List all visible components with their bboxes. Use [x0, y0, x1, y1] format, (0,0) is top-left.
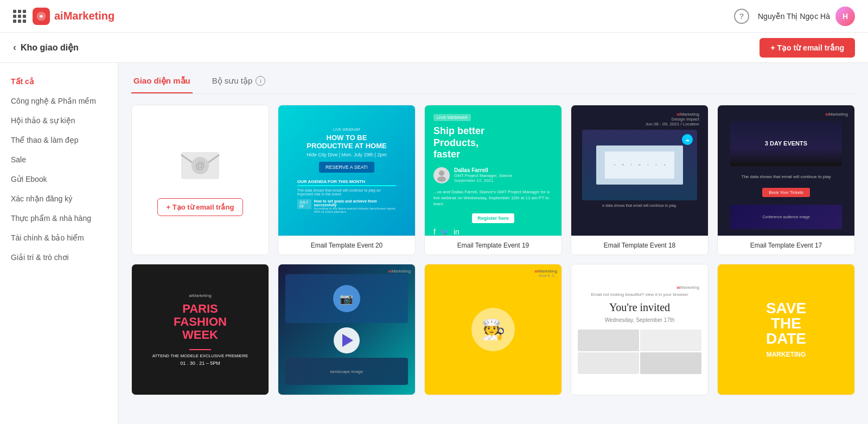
- template-card-fashion[interactable]: aiMarketing PARISFASHIONWEEK ATTEND THE …: [131, 264, 269, 395]
- svg-text:@: @: [195, 160, 205, 171]
- logo[interactable]: aiMarketing: [33, 8, 114, 25]
- template-thumb-invitation: aiMarketing Email not looking beautiful?…: [571, 264, 708, 395]
- fashion-event-name: PARISFASHIONWEEK: [174, 302, 227, 342]
- svg-point-5: [437, 176, 446, 182]
- sub-header: ‹ Kho giao diện + Tạo từ email trắng: [0, 33, 868, 63]
- register-btn: Register here: [472, 213, 514, 223]
- sidebar-item-all[interactable]: Tất cả: [0, 72, 118, 91]
- template-thumb-delivery: aiMarketing June 8, 2... 🧑‍🍳: [425, 264, 561, 395]
- template-visual-event19: LIVE WEBINAR Ship betterProducts,faster …: [425, 105, 561, 236]
- fashion-divider: [189, 349, 211, 350]
- template-visual-fashion: aiMarketing PARISFASHIONWEEK ATTEND THE …: [132, 264, 269, 395]
- sidebar-item-finance[interactable]: Tài chính & bảo hiểm: [0, 228, 118, 248]
- template-card-event17[interactable]: aiMarketing 3 DAY EVENTS The data shows …: [717, 105, 855, 255]
- template-label-event18: Email Template Event 18: [571, 236, 708, 255]
- sidebar-item-food[interactable]: Thực phẩm & nhà hàng: [0, 208, 118, 228]
- template-thumb-event20: LIVE WEBINAR HOW TO BEPRODUCTIVE AT HOME…: [278, 105, 415, 236]
- template-thumb-video: aiMarketing 📷 landscape image: [278, 264, 415, 395]
- avatar[interactable]: H: [835, 7, 855, 26]
- template-card-invitation[interactable]: aiMarketing Email not looking beautiful?…: [571, 264, 709, 395]
- sidebar-item-sport[interactable]: Thể thao & làm đẹp: [0, 130, 118, 150]
- template-visual-invitation: aiMarketing Email not looking beautiful?…: [571, 264, 708, 395]
- user-name: Nguyễn Thị Ngọc Hà: [758, 12, 830, 21]
- sidebar-item-events[interactable]: Hội thảo & sự kiện: [0, 111, 118, 130]
- main: Tất cảCông nghệ & Phần mềmHội thảo & sự …: [0, 63, 868, 424]
- template-visual-event17: aiMarketing 3 DAY EVENTS The data shows …: [718, 105, 854, 236]
- content-area: Giao diện mẫu Bộ sưu tập i @ + Tạo từ em…: [118, 63, 868, 424]
- template-visual-savedate: SAVETHEDATE MARKETING: [718, 264, 854, 395]
- sidebar-item-entertainment[interactable]: Giải trí & trò chơi: [0, 248, 118, 267]
- template-card-savedate[interactable]: SAVETHEDATE MARKETING: [717, 264, 855, 395]
- sidebar-item-sale[interactable]: Sale: [0, 150, 118, 169]
- person-info: Dallas Farrell GMT Project Manager, Stan…: [454, 167, 512, 183]
- template-visual-delivery: aiMarketing June 8, 2... 🧑‍🍳: [425, 264, 561, 395]
- tab-suu-tap-inner: Bộ sưu tập i: [212, 76, 266, 86]
- email-placeholder-icon: @: [178, 144, 222, 187]
- live-webinar-tag: LIVE WEBINAR: [433, 114, 471, 121]
- header-left: aiMarketing: [13, 8, 114, 25]
- grid-menu-icon[interactable]: [13, 10, 26, 23]
- marketing-label: MARKETING: [767, 351, 806, 358]
- invitation-title: You're invited: [609, 301, 670, 314]
- reserve-seat-btn: RESERVE A SEAT!: [319, 162, 374, 173]
- header: aiMarketing ? Nguyễn Thị Ngọc Hà H: [0, 0, 868, 33]
- fashion-sub: ATTEND THE MODELE EXCLUSIVE PREMIERE: [152, 353, 248, 358]
- save-date-text: SAVETHEDATE: [766, 301, 806, 346]
- event19-title: Ship betterProducts,faster: [433, 125, 484, 161]
- template-thumb-event17: aiMarketing 3 DAY EVENTS The data shows …: [718, 105, 854, 236]
- invitation-sub: Wednesday, September 17th: [605, 317, 675, 323]
- tab-suu-tap-label: Bộ sưu tập: [212, 76, 253, 86]
- template-card-event18[interactable]: aiMarketing Design ImpactJun 06 - 09, 20…: [571, 105, 709, 255]
- tab-suu-tap[interactable]: Bộ sưu tập i: [210, 72, 268, 93]
- logo-text: aiMarketing: [54, 10, 114, 22]
- template-grid: @ + Tạo từ email trắng LIVE WEBINAR HOW …: [131, 105, 855, 395]
- template-visual-event18: aiMarketing Design ImpactJun 06 - 09, 20…: [571, 105, 708, 236]
- template-thumb-fashion: aiMarketing PARISFASHIONWEEK ATTEND THE …: [132, 264, 269, 395]
- play-button-icon: [334, 327, 360, 353]
- sidebar: Tất cảCông nghệ & Phần mềmHội thảo & sự …: [0, 63, 118, 424]
- person-row: Dallas Farrell GMT Project Manager, Stan…: [433, 167, 512, 183]
- svg-point-4: [439, 170, 444, 176]
- template-visual-video: aiMarketing 📷 landscape image: [278, 264, 415, 395]
- template-thumb-savedate: SAVETHEDATE MARKETING: [718, 264, 854, 395]
- template-label-event17: Email Template Event 17: [718, 236, 854, 255]
- help-button[interactable]: ?: [734, 9, 749, 24]
- info-icon[interactable]: i: [256, 76, 265, 86]
- page-title: Kho giao diện: [21, 42, 79, 53]
- tab-mau[interactable]: Giao diện mẫu: [131, 72, 193, 93]
- template-label-event19: Email Template Event 19: [425, 236, 561, 255]
- template-card-event19[interactable]: LIVE WEBINAR Ship betterProducts,faster …: [424, 105, 562, 255]
- create-email-button[interactable]: + Tạo từ email trắng: [760, 38, 855, 58]
- blank-card[interactable]: @ + Tạo từ email trắng: [131, 105, 269, 255]
- template-card-video[interactable]: aiMarketing 📷 landscape image: [278, 264, 416, 395]
- user-info: Nguyễn Thị Ngọc Hà H: [758, 7, 855, 26]
- logo-icon: [33, 8, 50, 25]
- blank-create-btn[interactable]: + Tạo từ email trắng: [157, 198, 244, 216]
- template-visual-event20: LIVE WEBINAR HOW TO BEPRODUCTIVE AT HOME…: [278, 105, 415, 236]
- template-thumb-event18: aiMarketing Design ImpactJun 06 - 09, 20…: [571, 105, 708, 236]
- back-arrow-icon: ‹: [13, 42, 16, 53]
- back-link[interactable]: ‹ Kho giao diện: [13, 42, 79, 53]
- template-card-event20[interactable]: LIVE WEBINAR HOW TO BEPRODUCTIVE AT HOME…: [278, 105, 416, 255]
- sidebar-item-tech[interactable]: Công nghệ & Phần mềm: [0, 91, 118, 111]
- fashion-brand: aiMarketing: [189, 293, 211, 298]
- template-label-event20: Email Template Event 20: [278, 236, 415, 255]
- sidebar-item-ebook[interactable]: Gửi Ebook: [0, 169, 118, 189]
- tabs-bar: Giao diện mẫu Bộ sưu tập i: [131, 63, 855, 94]
- template-card-delivery[interactable]: aiMarketing June 8, 2... 🧑‍🍳: [424, 264, 562, 395]
- book-tickets-btn: Book Your Tickets: [762, 188, 810, 197]
- sidebar-item-verify[interactable]: Xác nhận đăng ký: [0, 189, 118, 208]
- template-thumb-event19: LIVE WEBINAR Ship betterProducts,faster …: [425, 105, 561, 236]
- header-right: ? Nguyễn Thị Ngọc Hà H: [734, 7, 855, 26]
